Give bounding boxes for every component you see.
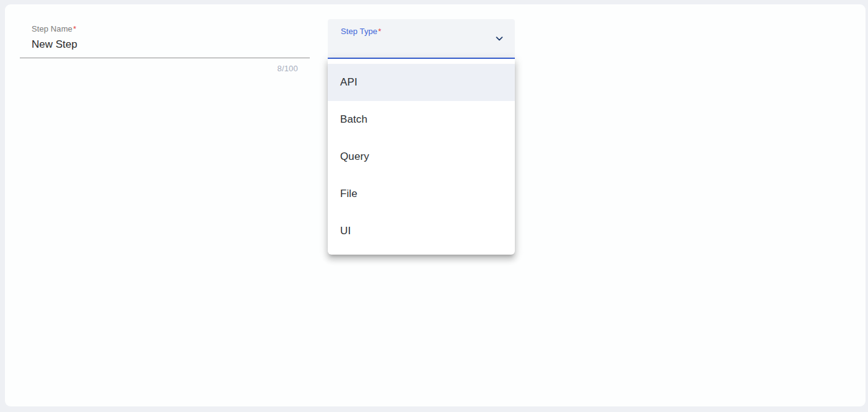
step-name-field[interactable]: Step Name* xyxy=(20,19,310,58)
character-counter: 8/100 xyxy=(20,64,298,73)
step-type-label: Step Type* xyxy=(341,27,381,37)
step-type-label-text: Step Type xyxy=(341,27,377,36)
chevron-down-icon xyxy=(493,32,506,45)
step-type-dropdown-menu: API Batch Query File UI xyxy=(328,59,515,255)
required-asterisk: * xyxy=(378,27,381,36)
step-name-label: Step Name* xyxy=(32,24,298,34)
page-background: Step Name* 8/100 Step Type* API Batch Qu… xyxy=(0,0,868,412)
menu-item-api[interactable]: API xyxy=(328,64,515,101)
step-name-label-text: Step Name xyxy=(32,24,72,33)
menu-item-query[interactable]: Query xyxy=(328,138,515,175)
form-card: Step Name* 8/100 Step Type* API Batch Qu… xyxy=(5,4,866,406)
menu-item-batch[interactable]: Batch xyxy=(328,101,515,138)
step-type-select[interactable]: Step Type* xyxy=(328,19,515,59)
step-name-input[interactable] xyxy=(32,38,298,51)
menu-item-ui[interactable]: UI xyxy=(328,213,515,250)
required-asterisk: * xyxy=(73,24,76,33)
menu-item-file[interactable]: File xyxy=(328,175,515,213)
